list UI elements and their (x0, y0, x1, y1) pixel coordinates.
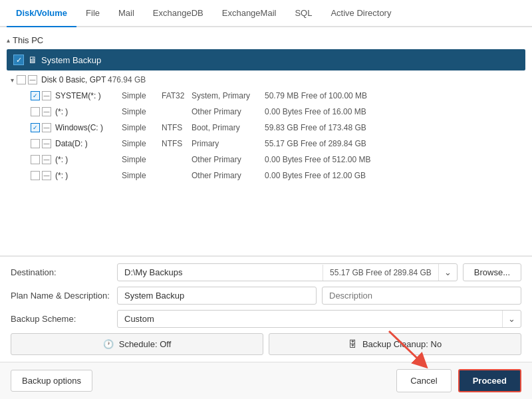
scheme-value: Custom (118, 311, 502, 327)
disk-size: 476.94 GB (108, 75, 148, 84)
partition-name-system: SYSTEM(*: ) (55, 91, 122, 100)
schedule-label: Schedule: Off (119, 339, 172, 349)
destination-dropdown-icon[interactable]: ⌄ (438, 264, 457, 281)
plan-name-row: Plan Name & Description: (11, 287, 521, 305)
schedule-button[interactable]: 🕐 Schedule: Off (11, 333, 263, 355)
partition-flags-2: Other Primary (192, 155, 265, 164)
partition-row-system[interactable]: — SYSTEM(*: ) Simple FAT32 System, Prima… (27, 88, 525, 104)
partition-minus-windows: — (42, 123, 51, 132)
partition-flags-windows: Boot, Primary (192, 123, 265, 132)
partition-checkbox-1[interactable] (31, 107, 40, 116)
check-icon: ✓ (16, 56, 22, 65)
scheme-field[interactable]: Custom ⌄ (117, 310, 521, 328)
tab-active-directory[interactable]: Active Directory (321, 0, 400, 27)
partition-flags-system: System, Primary (192, 91, 265, 100)
partition-space-1: 0.00 Bytes Free of 16.00 MB (265, 107, 366, 116)
scheme-label: Backup Scheme: (11, 314, 117, 324)
partition-type-3: Simple (122, 171, 162, 180)
partition-type-data: Simple (122, 139, 162, 148)
backup-disk-icon: 🖥 (28, 55, 37, 65)
cancel-button[interactable]: Cancel (396, 369, 451, 392)
partition-fs-system: FAT32 (162, 91, 192, 100)
partition-flags-3: Other Primary (192, 171, 265, 180)
action-row: 🕐 Schedule: Off 🗄 Backup Cleanup: No (11, 333, 521, 355)
form-area: Destination: D:\My Backups 55.17 GB Free… (0, 256, 532, 362)
tree-panel: ▴ This PC ✓ 🖥 System Backup ▾ — Disk 0 B… (0, 27, 532, 256)
tab-file[interactable]: File (76, 0, 109, 27)
partition-name-3: (*: ) (55, 171, 122, 180)
partition-name-windows: Windows(C: ) (55, 123, 122, 132)
system-backup-row[interactable]: ✓ 🖥 System Backup (7, 49, 525, 70)
partition-fs-data: NTFS (162, 139, 192, 148)
partition-flags-1: Other Primary (192, 107, 265, 116)
partition-checkbox-system[interactable] (31, 91, 40, 100)
this-pc-label: This PC (13, 35, 43, 45)
disk-row[interactable]: ▾ — Disk 0 Basic, GPT 476.94 GB (7, 72, 525, 88)
partition-row-1[interactable]: — (*: ) Simple Other Primary 0.00 Bytes … (27, 104, 525, 120)
partition-space-system: 50.79 MB Free of 100.00 MB (265, 91, 367, 100)
tab-disk-volume[interactable]: Disk/Volume (7, 0, 76, 27)
destination-path: D:\My Backups (118, 264, 323, 281)
partition-row-data[interactable]: — Data(D: ) Simple NTFS Primary 55.17 GB… (27, 136, 525, 152)
partition-name-data: Data(D: ) (55, 139, 122, 148)
destination-control: D:\My Backups 55.17 GB Free of 289.84 GB… (117, 263, 521, 281)
tab-exchangemail[interactable]: ExchangeMail (213, 0, 286, 27)
backup-options-button[interactable]: Backup options (11, 370, 92, 392)
cleanup-button[interactable]: 🗄 Backup Cleanup: No (269, 333, 521, 355)
system-backup-checkbox[interactable]: ✓ (13, 55, 24, 65)
disk-name: Disk 0 Basic, GPT (41, 75, 108, 84)
destination-label: Destination: (11, 267, 117, 277)
content-area: ▴ This PC ✓ 🖥 System Backup ▾ — Disk 0 B… (0, 27, 532, 399)
this-pc-arrow: ▴ (7, 37, 10, 44)
browse-button[interactable]: Browse... (463, 263, 521, 281)
tab-exchangedb[interactable]: ExchangeDB (144, 0, 213, 27)
scheme-row: Backup Scheme: Custom ⌄ (11, 310, 521, 328)
plan-label: Plan Name & Description: (11, 291, 117, 301)
partition-space-data: 55.17 GB Free of 289.84 GB (265, 139, 366, 148)
partition-minus-2: — (42, 155, 51, 164)
disk-checkbox[interactable] (17, 75, 26, 84)
partition-checkbox-windows[interactable] (31, 123, 40, 132)
partition-space-3: 0.00 Bytes Free of 12.00 GB (265, 171, 366, 180)
partition-row-windows[interactable]: — Windows(C: ) Simple NTFS Boot, Primary… (27, 120, 525, 136)
partition-flags-data: Primary (192, 139, 265, 148)
disk-arrow: ▾ (11, 76, 14, 84)
disk-minus-icon: — (28, 75, 37, 84)
plan-fields (117, 287, 521, 305)
proceed-button[interactable]: Proceed (458, 369, 521, 392)
destination-field[interactable]: D:\My Backups 55.17 GB Free of 289.84 GB… (117, 263, 458, 281)
scheme-dropdown-icon[interactable]: ⌄ (502, 311, 521, 327)
footer: Backup options Cancel Proceed (0, 362, 532, 399)
clock-icon: 🕐 (103, 339, 114, 349)
cleanup-icon: 🗄 (348, 339, 357, 349)
partition-row-3[interactable]: — (*: ) Simple Other Primary 0.00 Bytes … (27, 168, 525, 184)
partition-type-windows: Simple (122, 123, 162, 132)
destination-row: Destination: D:\My Backups 55.17 GB Free… (11, 263, 521, 281)
partition-name-2: (*: ) (55, 155, 122, 164)
partition-fs-windows: NTFS (162, 123, 192, 132)
partition-checkbox-2[interactable] (31, 155, 40, 164)
this-pc-header[interactable]: ▴ This PC (7, 33, 525, 48)
partition-minus-3: — (42, 171, 51, 180)
partition-minus-data: — (42, 139, 51, 148)
destination-space: 55.17 GB Free of 289.84 GB (323, 265, 438, 281)
tab-bar: Disk/Volume File Mail ExchangeDB Exchang… (0, 0, 532, 27)
partition-type-2: Simple (122, 155, 162, 164)
partition-checkbox-data[interactable] (31, 139, 40, 148)
partition-minus-system: — (42, 91, 51, 100)
partition-name-1: (*: ) (55, 107, 122, 116)
partition-space-windows: 59.83 GB Free of 173.48 GB (265, 123, 366, 132)
plan-name-input[interactable] (117, 287, 317, 305)
tab-sql[interactable]: SQL (285, 0, 321, 27)
system-backup-label: System Backup (41, 55, 101, 65)
cleanup-label: Backup Cleanup: No (362, 339, 442, 349)
footer-right: Cancel Proceed (396, 369, 521, 392)
partition-space-2: 0.00 Bytes Free of 512.00 MB (265, 155, 370, 164)
tab-mail[interactable]: Mail (109, 0, 144, 27)
partition-type-1: Simple (122, 107, 162, 116)
description-input[interactable] (322, 287, 521, 305)
partition-checkbox-3[interactable] (31, 171, 40, 180)
partition-rows: — SYSTEM(*: ) Simple FAT32 System, Prima… (7, 88, 525, 184)
partition-row-2[interactable]: — (*: ) Simple Other Primary 0.00 Bytes … (27, 152, 525, 168)
partition-minus-1: — (42, 107, 51, 116)
